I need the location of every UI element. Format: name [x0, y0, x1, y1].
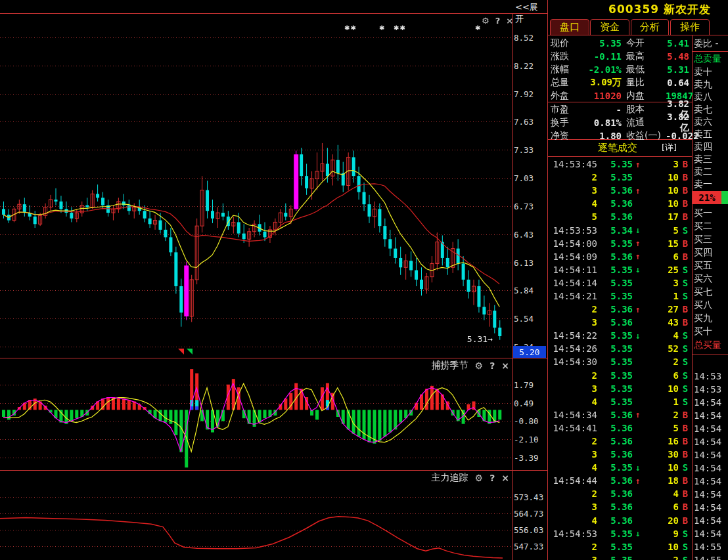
- tick-volume: 10: [643, 542, 679, 552]
- gear-icon[interactable]: ⚙: [475, 360, 484, 371]
- tick-price: 5.35: [597, 462, 633, 473]
- tick-detail-link[interactable]: [详]: [662, 142, 692, 154]
- tick-side: S: [679, 225, 692, 236]
- total-buy-label: 总买量: [694, 339, 728, 351]
- buy-level-5: 买五: [694, 260, 728, 272]
- tick-volume: 20: [643, 515, 679, 526]
- tick-seq: 2: [547, 304, 597, 314]
- time-cell: 14:54: [694, 450, 728, 460]
- tick-volume: 18: [643, 475, 679, 486]
- season-indicator-chart[interactable]: [0, 358, 512, 470]
- tick-price: 5.35: [597, 330, 633, 341]
- tick-seq: 3: [547, 383, 597, 394]
- tick-side: S: [679, 383, 692, 394]
- quote-label: 涨跌: [547, 51, 580, 62]
- tick-side: B: [679, 410, 692, 420]
- quote-label: 外盘: [547, 90, 580, 102]
- tab-操作[interactable]: 操作: [670, 19, 710, 35]
- axis-tick-label: 573.43: [514, 492, 545, 502]
- tick-price: 5.36: [597, 449, 633, 460]
- tick-volume: 4: [643, 488, 679, 499]
- help-icon[interactable]: ?: [489, 473, 495, 483]
- quote-value: 5.41: [666, 38, 692, 49]
- tick-seq: 4: [547, 462, 597, 473]
- buy-level-6: 买六: [694, 273, 728, 285]
- time-cell: 14:54: [694, 423, 728, 434]
- tick-price: 5.36: [597, 317, 633, 328]
- buy-level-8: 买八: [694, 299, 728, 311]
- tick-row: 25.3616B: [547, 435, 692, 448]
- axis-tick-label: 1.79: [514, 380, 545, 390]
- close-icon[interactable]: ×: [501, 360, 509, 371]
- close-icon[interactable]: ×: [501, 473, 509, 483]
- tick-price: 5.36: [597, 304, 633, 314]
- quote-label: 量比: [622, 77, 666, 89]
- quote-value: 0.64: [666, 77, 692, 88]
- tick-price: 5.36: [597, 423, 633, 433]
- quote-value: 5.35: [580, 38, 622, 49]
- quote-value: -: [580, 104, 622, 115]
- buy-level-4: 买四: [694, 247, 728, 259]
- tick-side: S: [679, 542, 692, 552]
- axis-tick-label: 556.03: [514, 525, 545, 535]
- axis-tick-label: 7.03: [514, 173, 545, 183]
- tick-price: 5.35: [597, 528, 633, 539]
- tick-side: B: [679, 185, 692, 196]
- tick-volume: 10: [643, 185, 679, 196]
- tick-time: 14:54:11: [547, 265, 597, 275]
- tick-volume: 3: [643, 278, 679, 288]
- arrow-down-icon: ↓: [633, 463, 643, 473]
- tick-side: B: [679, 502, 692, 512]
- buy-sell-ratio-bar: 21%: [693, 191, 728, 204]
- gear-icon[interactable]: ⚙: [482, 16, 489, 26]
- low-price-annotation: 5.31→: [417, 334, 493, 344]
- buy-level-1: 买一: [694, 207, 728, 219]
- tick-price: 5.35: [597, 278, 633, 288]
- tick-price: 5.36: [597, 198, 633, 209]
- tick-seq: 5: [547, 211, 597, 222]
- axis-tick-label: 0.49: [514, 398, 545, 408]
- star-marker-icon: ✱: [475, 24, 481, 32]
- track-panel-title: 主力追踪: [432, 472, 468, 484]
- quote-block-1: 现价5.35今开5.41涨跌-0.11最高5.48涨幅-2.01%最低5.31总…: [547, 37, 692, 102]
- arrow-down-icon: ↓: [633, 528, 643, 538]
- tick-price: 5.35: [597, 159, 633, 169]
- time-cell: 14:54: [694, 489, 728, 500]
- help-icon[interactable]: ?: [495, 16, 501, 26]
- quote-label: 市盈: [547, 104, 580, 116]
- tick-time: 14:54:00: [547, 238, 597, 249]
- stock-code: 600359: [608, 3, 659, 16]
- time-cell: 14:54: [694, 476, 728, 486]
- time-cell: 14:55: [694, 542, 728, 552]
- gear-icon[interactable]: ⚙: [475, 473, 484, 483]
- tab-资金[interactable]: 资金: [590, 19, 629, 35]
- arrow-down-icon: ↓: [633, 331, 643, 341]
- tick-volume: 15: [643, 238, 679, 249]
- quote-label: 涨幅: [547, 64, 580, 75]
- sell-level-5: 卖五: [694, 129, 728, 140]
- tick-row: 35.36↑10B: [547, 184, 692, 197]
- arrow-up-icon: ↑: [633, 410, 643, 420]
- tab-分析[interactable]: 分析: [631, 19, 669, 35]
- tick-volume: 3: [643, 159, 679, 169]
- axis-tick-label: 547.33: [514, 542, 545, 551]
- tick-row: 14:54:265.3552S: [547, 342, 692, 355]
- divider: [547, 156, 692, 157]
- tick-row: 35.352S: [547, 553, 692, 560]
- tick-volume: 1: [643, 291, 679, 301]
- tick-volume: 9: [643, 528, 679, 539]
- tick-price: 5.36: [597, 211, 633, 222]
- tick-row: 14:54:215.351S: [547, 290, 692, 303]
- tab-盘口[interactable]: 盘口: [550, 19, 589, 35]
- kline-chart[interactable]: [0, 13, 512, 358]
- tick-row: 14:54:345.36↑2B: [547, 408, 692, 421]
- tick-row: 14:54:415.365B: [547, 421, 692, 435]
- buy-level-2: 买二: [694, 221, 728, 232]
- star-marker-icon: ✱✱: [394, 24, 406, 32]
- tick-side: B: [679, 515, 692, 526]
- help-icon[interactable]: ?: [489, 360, 495, 371]
- tick-row: 25.3510B: [547, 171, 692, 184]
- tick-row: 14:54:115.35↓25S: [547, 263, 692, 276]
- time-cell: 14:54: [694, 463, 728, 473]
- axis-tick-label: 564.73: [514, 509, 545, 519]
